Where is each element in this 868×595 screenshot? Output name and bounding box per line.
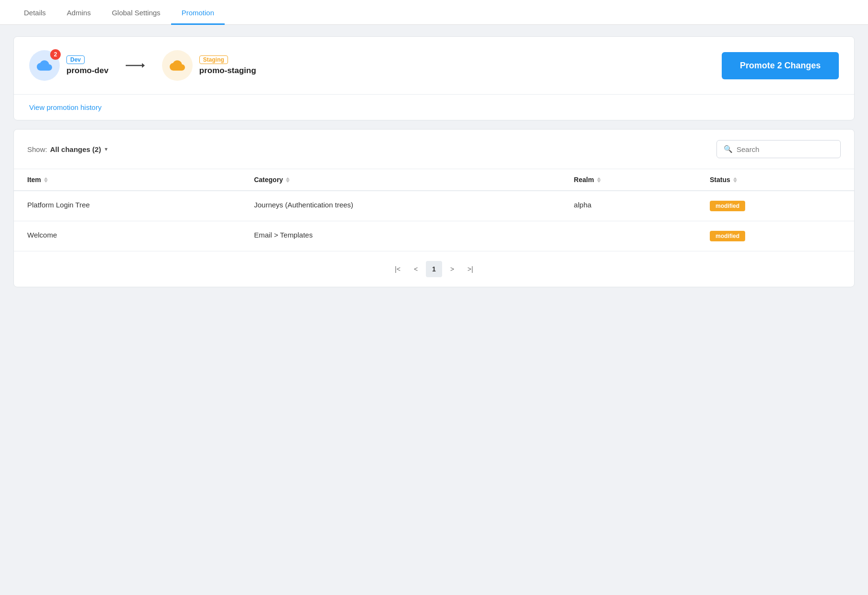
col-header-status[interactable]: Status [696, 169, 854, 191]
page-1-button[interactable]: 1 [426, 261, 442, 277]
dest-cloud-icon-wrap [162, 50, 193, 81]
promote-button[interactable]: Promote 2 Changes [722, 52, 839, 79]
prev-page-button[interactable]: < [408, 261, 424, 277]
table-card: Show: All changes (2) ▾ 🔍 Item [13, 129, 855, 287]
cell-item-0: Platform Login Tree [14, 191, 240, 221]
dest-label-block: Staging promo-staging [199, 55, 256, 76]
arrow-icon [126, 61, 145, 70]
first-page-button[interactable]: |< [390, 261, 406, 277]
chevron-down-icon: ▾ [105, 146, 108, 152]
table-row: Platform Login Tree Journeys (Authentica… [14, 191, 854, 221]
table-header-row: Item Category [14, 169, 854, 191]
sort-icon-realm [597, 177, 601, 183]
status-badge: modified [710, 231, 745, 241]
search-input[interactable] [737, 145, 832, 153]
cell-status-1: modified [696, 221, 854, 251]
source-label-block: Dev promo-dev [66, 55, 108, 76]
page-wrapper: Details Admins Global Settings Promotion… [0, 0, 868, 595]
tab-promotion[interactable]: Promotion [171, 0, 225, 25]
promotion-section: 2 Dev promo-dev [14, 37, 854, 95]
cell-realm-0: alpha [561, 191, 696, 221]
show-filter-dropdown[interactable]: Show: All changes (2) ▾ [27, 145, 108, 153]
tab-admins[interactable]: Admins [56, 0, 101, 25]
cell-item-1: Welcome [14, 221, 240, 251]
dest-env-name: promo-staging [199, 66, 256, 76]
source-cloud-icon [37, 58, 52, 73]
table-row: Welcome Email > Templates modified [14, 221, 854, 251]
tab-global-settings[interactable]: Global Settings [101, 0, 171, 25]
source-env-name: promo-dev [66, 66, 108, 76]
source-env-block: 2 Dev promo-dev [29, 50, 108, 81]
cell-status-0: modified [696, 191, 854, 221]
filter-value: All changes (2) [50, 145, 101, 153]
source-badge-count: 2 [50, 49, 61, 60]
cell-category-0: Journeys (Authentication trees) [240, 191, 560, 221]
col-header-category[interactable]: Category [240, 169, 560, 191]
show-label: Show: [27, 145, 47, 153]
dest-env-tag: Staging [199, 55, 228, 64]
last-page-button[interactable]: >| [462, 261, 478, 277]
sort-icon-category [286, 177, 290, 183]
tabs-bar: Details Admins Global Settings Promotion [0, 0, 868, 25]
col-header-realm[interactable]: Realm [561, 169, 696, 191]
view-history-link[interactable]: View promotion history [29, 103, 101, 111]
cell-category-1: Email > Templates [240, 221, 560, 251]
next-page-button[interactable]: > [444, 261, 460, 277]
dest-cloud-icon [170, 58, 185, 73]
pagination: |< < 1 > >| [14, 251, 854, 287]
col-header-item[interactable]: Item [14, 169, 240, 191]
status-badge: modified [710, 201, 745, 211]
changes-table: Item Category [14, 169, 854, 251]
sort-icon-status [733, 177, 737, 183]
table-body: Platform Login Tree Journeys (Authentica… [14, 191, 854, 251]
promotion-card: 2 Dev promo-dev [13, 36, 855, 120]
sort-icon-item [44, 177, 48, 183]
tab-details[interactable]: Details [13, 0, 56, 25]
table-toolbar: Show: All changes (2) ▾ 🔍 [14, 130, 854, 169]
search-box: 🔍 [716, 140, 841, 158]
source-cloud-icon-wrap: 2 [29, 50, 60, 81]
source-env-tag: Dev [66, 55, 85, 64]
history-section: View promotion history [14, 95, 854, 120]
arrow-separator [126, 61, 145, 70]
search-icon: 🔍 [724, 145, 733, 153]
dest-env-block: Staging promo-staging [162, 50, 256, 81]
svg-marker-1 [142, 63, 145, 68]
content-area: 2 Dev promo-dev [0, 25, 868, 299]
cell-realm-1 [561, 221, 696, 251]
